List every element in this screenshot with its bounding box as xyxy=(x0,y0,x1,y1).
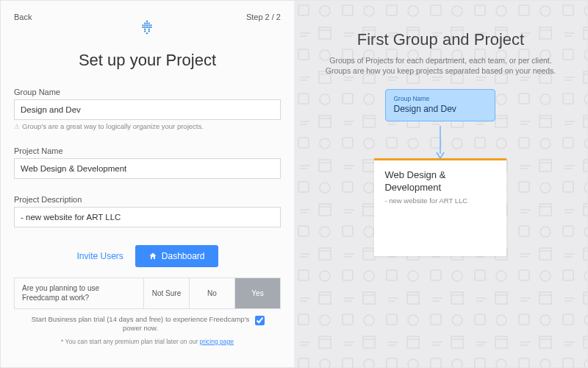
survey-option-yes[interactable]: Yes xyxy=(234,278,280,308)
project-description-input[interactable] xyxy=(14,207,281,227)
preview-group-card: Group Name Design and Dev xyxy=(385,89,495,121)
survey-option-no[interactable]: No xyxy=(189,278,234,308)
preview-group-label: Group Name xyxy=(393,95,487,102)
arrow-down-icon xyxy=(433,126,448,160)
project-description-label: Project Description xyxy=(14,195,281,204)
preview-project-desc: - new website for ART LLC xyxy=(384,197,496,205)
project-name-input[interactable] xyxy=(14,158,281,179)
trial-note: * You can start any premium plan trial l… xyxy=(14,338,281,345)
preview-group-value: Design and Dev xyxy=(393,104,487,114)
preview-project-card: Web Design & Development - new website f… xyxy=(374,158,506,256)
preview-area: Group Name Design and Dev Web Design & D… xyxy=(310,89,571,256)
svg-rect-2 xyxy=(147,23,148,24)
dashboard-button-label: Dashboard xyxy=(162,251,205,261)
group-name-label: Group Name xyxy=(14,88,281,96)
right-heading: First Group and Project xyxy=(310,30,571,49)
preview-project-title: Web Design & Development xyxy=(384,169,496,194)
svg-rect-10 xyxy=(145,26,146,28)
svg-rect-5 xyxy=(145,24,146,26)
svg-rect-8 xyxy=(151,24,152,26)
invite-users-button[interactable]: Invite Users xyxy=(76,251,123,261)
trial-text: Start Business plan trial (14 days and f… xyxy=(30,315,251,333)
svg-rect-4 xyxy=(143,24,144,26)
page-title: Set up your Project xyxy=(14,51,281,70)
svg-rect-17 xyxy=(148,31,150,32)
right-subheading: Groups of Projects for each department, … xyxy=(316,55,565,76)
group-hint: Group's are a great way to logically org… xyxy=(14,122,281,130)
svg-rect-12 xyxy=(148,26,150,28)
svg-rect-6 xyxy=(147,24,148,26)
svg-rect-9 xyxy=(143,26,144,28)
survey-row: Are you planning to use Freedcamp at wor… xyxy=(14,277,281,309)
svg-rect-18 xyxy=(147,32,148,34)
svg-rect-16 xyxy=(145,31,146,32)
app-logo-icon xyxy=(14,20,281,36)
pricing-page-link[interactable]: pricing page xyxy=(200,338,234,345)
svg-rect-14 xyxy=(145,29,146,30)
svg-rect-0 xyxy=(147,21,148,22)
project-name-label: Project Name xyxy=(14,146,281,155)
svg-rect-3 xyxy=(148,23,150,24)
svg-rect-1 xyxy=(145,23,146,24)
survey-question: Are you planning to use Freedcamp at wor… xyxy=(15,278,143,308)
group-name-input[interactable] xyxy=(14,99,281,120)
survey-option-not-sure[interactable]: Not Sure xyxy=(143,278,189,308)
home-icon xyxy=(148,252,157,261)
svg-rect-7 xyxy=(148,24,150,26)
svg-rect-13 xyxy=(151,26,152,28)
trial-checkbox[interactable] xyxy=(255,316,265,325)
svg-rect-11 xyxy=(147,26,148,28)
svg-rect-15 xyxy=(148,29,150,30)
dashboard-button[interactable]: Dashboard xyxy=(135,245,218,267)
